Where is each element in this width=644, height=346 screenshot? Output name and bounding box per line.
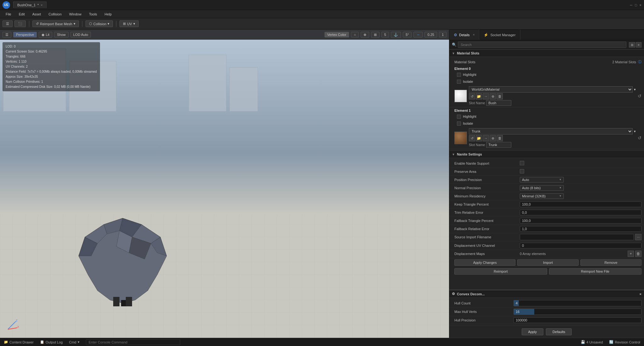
element-1-material-select[interactable]: Trunk xyxy=(469,128,633,134)
tab-item[interactable]: BushOne_1 * × xyxy=(13,2,47,8)
menu-tools[interactable]: Tools xyxy=(86,12,100,17)
element-1-find-btn[interactable]: ⊕ xyxy=(490,135,496,141)
menu-help[interactable]: Help xyxy=(102,12,115,17)
toolbar-icon-button[interactable]: ⬛ xyxy=(14,20,26,27)
mat-slots-info-icon[interactable]: ⓘ xyxy=(638,60,641,64)
menu-collision[interactable]: Collision xyxy=(45,12,65,17)
displacement-remove-btn[interactable]: 🗑 xyxy=(635,251,641,257)
vertex-color-button[interactable]: Vertex Color xyxy=(325,32,349,37)
element-1-reset-btn[interactable]: ↺ xyxy=(469,135,475,141)
convex-decomp-header[interactable]: ⚙ Convex Decom... × xyxy=(449,290,644,298)
fallback-triangle-row: Fallback Triangle Percent xyxy=(449,217,644,225)
minimum-residency-arrow: ▼ xyxy=(559,195,562,197)
menu-file[interactable]: File xyxy=(3,12,14,17)
search-input[interactable] xyxy=(458,42,626,48)
lit-button[interactable]: ◉ Lit xyxy=(39,32,52,38)
anchor-button[interactable]: ⚓ xyxy=(391,32,401,38)
element-0-isolate-label: Isolate xyxy=(463,80,473,83)
element-0-material-select[interactable]: WorldGridMaterial xyxy=(469,86,633,93)
tab-socket-manager[interactable]: ⚡ Socket Manager xyxy=(479,30,520,40)
grid-view-btn[interactable]: ⊞ xyxy=(629,42,635,48)
apply-changes-button[interactable]: Apply Changes xyxy=(454,259,515,266)
max-hull-verts-bar[interactable]: 16 xyxy=(514,309,641,315)
viewport-icon-2[interactable]: ⊕ xyxy=(361,32,369,38)
menu-asset[interactable]: Asset xyxy=(29,12,44,17)
position-precision-select[interactable]: Auto ▼ xyxy=(520,177,564,183)
output-log-item[interactable]: 📋 Output Log xyxy=(40,340,63,344)
mat-slots-label: Material Slots xyxy=(454,60,475,64)
element-0-delete-btn[interactable]: 🗑 xyxy=(497,93,503,99)
source-import-input[interactable] xyxy=(520,234,634,240)
keep-triangle-input[interactable] xyxy=(520,201,641,207)
apply-button[interactable]: Apply xyxy=(522,328,544,335)
defaults-button[interactable]: Defaults xyxy=(546,328,572,335)
minimize-button[interactable]: ─ xyxy=(630,3,632,7)
reimport-button[interactable]: Reimport xyxy=(454,268,547,275)
element-1-browse-btn[interactable]: 📁 xyxy=(476,135,482,141)
list-view-btn[interactable]: ≡ xyxy=(636,42,641,48)
trim-relative-input[interactable] xyxy=(520,210,641,215)
displacement-uv-input[interactable] xyxy=(520,243,641,248)
details-tab-close[interactable]: × xyxy=(473,33,475,37)
tab-close-button[interactable]: × xyxy=(41,3,42,7)
enable-nanite-checkbox[interactable] xyxy=(520,161,524,165)
material-slots-section-header[interactable]: ▼ Material Slots xyxy=(449,49,644,57)
minimum-residency-select[interactable]: Minimal (32KB) ▼ xyxy=(520,193,564,199)
element-0-use-btn[interactable]: → xyxy=(483,93,489,99)
preserve-area-checkbox[interactable] xyxy=(520,169,524,173)
viewport-menu-button[interactable]: ☰ xyxy=(3,32,11,38)
scale-button[interactable]: ↔ xyxy=(414,32,423,37)
console-command-input[interactable] xyxy=(86,339,180,345)
displacement-add-btn[interactable]: + xyxy=(628,251,634,257)
tab-details[interactable]: ⚙ Details × xyxy=(449,30,479,40)
value-025-button[interactable]: 0.25 xyxy=(425,32,437,37)
convex-decomp-close[interactable]: × xyxy=(640,292,641,296)
content-drawer-item[interactable]: 📁 Content Drawer xyxy=(4,340,34,344)
element-0-reset-btn[interactable]: ↺ xyxy=(469,93,475,99)
remove-button[interactable]: Remove xyxy=(580,259,641,266)
element-1-refresh-btn[interactable]: ↺ xyxy=(638,135,641,140)
close-window-button[interactable]: × xyxy=(640,3,641,7)
source-import-browse[interactable]: ··· xyxy=(635,234,641,240)
viewport[interactable]: ☰ Perspective ◉ Lit Show LOD Auto Vertex… xyxy=(0,30,449,338)
minimum-residency-control[interactable]: Minimal (32KB) ▼ xyxy=(520,193,641,199)
hull-precision-input[interactable] xyxy=(514,317,641,323)
element-0-highlight-checkbox[interactable] xyxy=(457,73,461,77)
element-1-slot-input[interactable] xyxy=(486,142,511,148)
element-1-highlight-checkbox[interactable] xyxy=(457,115,461,119)
viewport-icon-1[interactable]: ○ xyxy=(351,32,359,37)
reimport-base-mesh-button[interactable]: ↺ Reimport Base Mesh ▾ xyxy=(32,20,79,27)
element-1-isolate-checkbox[interactable] xyxy=(457,122,461,126)
hull-count-bar[interactable]: 4 xyxy=(514,300,641,306)
value-1-button[interactable]: 1 xyxy=(439,32,447,37)
import-button[interactable]: Import xyxy=(517,259,578,266)
normal-precision-control[interactable]: Auto (8 bits) ▼ xyxy=(520,185,641,191)
nanite-settings-section-header[interactable]: ▼ Nanite Settings xyxy=(449,150,644,158)
position-precision-control[interactable]: Auto ▼ xyxy=(520,177,641,183)
element-1-use-btn[interactable]: → xyxy=(483,135,489,141)
element-0-find-btn[interactable]: ⊕ xyxy=(490,93,496,99)
hamburger-button[interactable]: ☰ xyxy=(3,20,13,27)
maximize-button[interactable]: □ xyxy=(635,3,637,7)
element-0-slot-input[interactable] xyxy=(486,100,511,106)
element-0-refresh-btn[interactable]: ↺ xyxy=(638,94,641,99)
fallback-triangle-input[interactable] xyxy=(520,218,641,224)
menu-window[interactable]: Window xyxy=(66,12,85,17)
element-0-isolate-checkbox[interactable] xyxy=(457,80,461,84)
uv-button[interactable]: ⊞ UV ▾ xyxy=(119,20,138,27)
element-0-browse-btn[interactable]: 📁 xyxy=(476,93,482,99)
grid-button[interactable]: ⊞ xyxy=(371,32,380,38)
fallback-relative-input[interactable] xyxy=(520,226,641,232)
tab-label: BushOne_1 xyxy=(17,3,36,7)
element-1-delete-btn[interactable]: 🗑 xyxy=(497,135,503,141)
collision-button[interactable]: ⬡ Collision ▾ xyxy=(86,20,113,27)
normal-precision-select[interactable]: Auto (8 bits) ▼ xyxy=(520,185,564,191)
perspective-button[interactable]: Perspective xyxy=(13,32,37,37)
show-button[interactable]: Show xyxy=(54,32,69,37)
reimport-new-file-button[interactable]: Reimport New File xyxy=(549,268,642,275)
unsaved-label: 4 Unsaved xyxy=(586,340,603,344)
num5-button[interactable]: 5 xyxy=(381,32,389,37)
num5-2-button[interactable]: 5° xyxy=(403,32,412,37)
menu-edit[interactable]: Edit xyxy=(16,12,28,17)
lod-button[interactable]: LOD Auto xyxy=(70,32,91,37)
